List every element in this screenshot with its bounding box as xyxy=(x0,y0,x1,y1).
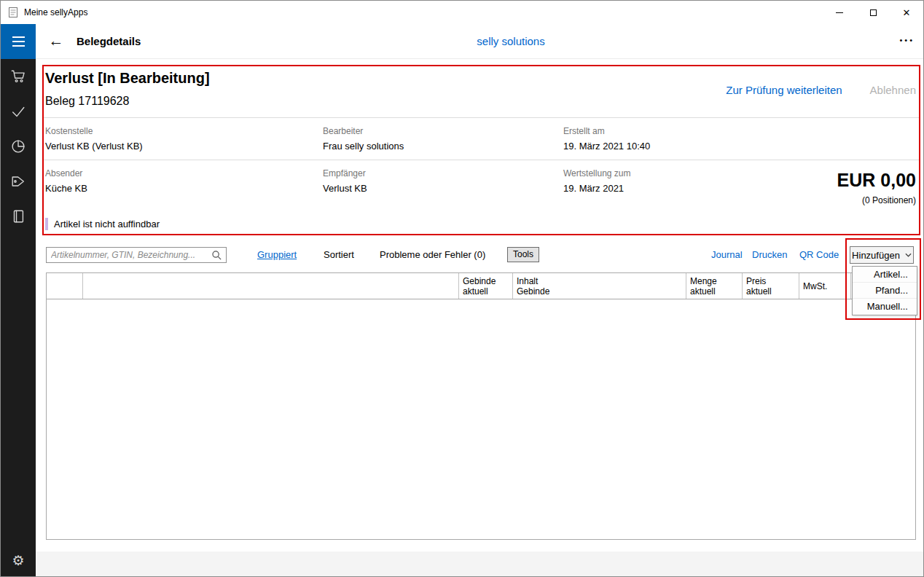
search-box xyxy=(46,247,227,263)
sidebar-item-tasks[interactable] xyxy=(1,94,36,129)
field-label: Wertstellung zum xyxy=(563,168,796,178)
header-line: Inhalt xyxy=(517,276,686,286)
footer-strip xyxy=(36,552,924,577)
sidebar-item-cart[interactable] xyxy=(1,59,36,94)
appbar: ← Belegdetails selly solutions ••• xyxy=(36,24,924,59)
minimize-button[interactable] xyxy=(823,1,856,24)
search-icon[interactable] xyxy=(211,250,222,264)
field-value: Verlust KB xyxy=(323,183,563,194)
field-label: Kostenstelle xyxy=(45,126,323,136)
positions-toolbar: Gruppiert Sortiert Probleme oder Fehler … xyxy=(36,247,924,266)
field-bearbeiter: Bearbeiter Frau selly solutions xyxy=(323,126,563,152)
column-header-preis-aktuell[interactable]: Preis aktuell xyxy=(743,273,799,299)
forward-for-review-link[interactable]: Zur Prüfung weiterleiten xyxy=(726,84,842,96)
problems-toggle[interactable]: Probleme oder Fehler (0) xyxy=(380,249,485,260)
add-button-label: Hinzufügen xyxy=(852,250,900,261)
window-title: Meine sellyApps xyxy=(24,7,87,17)
field-absender: Absender Küche KB xyxy=(45,168,323,194)
field-empfaenger: Empfänger Verlust KB xyxy=(323,168,563,194)
field-wertstellung: Wertstellung zum 19. März 2021 xyxy=(563,168,796,194)
warning-row: Artikel ist nicht auffindbar xyxy=(45,218,160,230)
close-button[interactable]: ✕ xyxy=(890,1,923,24)
document-title: Verlust [In Bearbeitung] xyxy=(45,70,210,87)
journal-link[interactable]: Journal xyxy=(711,249,743,260)
print-link[interactable]: Drucken xyxy=(752,249,787,260)
field-kostenstelle: Kostenstelle Verlust KB (Verlust KB) xyxy=(45,126,323,152)
search-input[interactable] xyxy=(47,248,226,262)
app-window: Meine sellyApps ✕ xyxy=(0,0,924,577)
more-button[interactable]: ••• xyxy=(899,36,915,44)
sidebar-item-reports[interactable] xyxy=(1,129,36,164)
warning-text: Artikel ist nicht auffindbar xyxy=(54,219,160,229)
app-center-title: selly solutions xyxy=(477,35,544,47)
fields-row-2: Absender Küche KB Empfänger Verlust KB W… xyxy=(45,168,796,194)
grouped-toggle[interactable]: Gruppiert xyxy=(257,249,297,260)
field-label: Absender xyxy=(45,168,323,178)
field-label: Erstellt am xyxy=(563,126,796,136)
tag-icon xyxy=(10,173,26,189)
header-line: aktuell xyxy=(746,286,799,297)
warning-indicator xyxy=(45,218,48,230)
document-number: Beleg 17119628 xyxy=(45,95,129,108)
titlebar: Meine sellyApps ✕ xyxy=(1,1,923,24)
add-menu-item-manuell[interactable]: Manuell... xyxy=(853,299,917,315)
content-area: Verlust [In Bearbeitung] Beleg 17119628 … xyxy=(36,59,924,577)
column-header-gebinde-aktuell[interactable]: Gebinde aktuell xyxy=(459,273,513,299)
document-details: Verlust [In Bearbeitung] Beleg 17119628 … xyxy=(44,66,919,234)
app-icon xyxy=(7,7,19,18)
pie-chart-icon xyxy=(10,138,26,154)
column-header-bezeichnung[interactable] xyxy=(83,273,459,299)
gear-icon: ⚙ xyxy=(12,554,24,568)
field-value: Küche KB xyxy=(45,183,323,194)
maximize-icon xyxy=(870,9,877,16)
sidebar: ⚙ xyxy=(1,24,36,577)
chevron-down-icon xyxy=(905,253,912,257)
field-value: 19. März 2021 xyxy=(563,183,796,194)
header-line: MwSt. xyxy=(803,281,850,291)
header-line: Gebinde xyxy=(517,286,686,297)
column-header-inhalt-gebinde[interactable]: Inhalt Gebinde xyxy=(513,273,686,299)
maximize-button[interactable] xyxy=(856,1,890,24)
field-value: Verlust KB (Verlust KB) xyxy=(45,141,323,152)
back-button[interactable]: ← xyxy=(46,31,66,51)
divider xyxy=(44,117,919,118)
check-icon xyxy=(10,103,26,119)
page-title: Belegdetails xyxy=(77,35,141,47)
book-icon xyxy=(10,208,26,224)
positions-table: Gebinde aktuell Inhalt Gebinde Menge akt… xyxy=(46,272,916,540)
hamburger-menu-icon xyxy=(12,36,25,38)
header-line: Gebinde xyxy=(463,276,512,286)
field-value: 19. März 2021 10:40 xyxy=(563,141,796,152)
field-label: Bearbeiter xyxy=(323,126,563,136)
add-dropdown-menu: Artikel... Pfand... Manuell... xyxy=(852,266,917,315)
field-label: Empfänger xyxy=(323,168,563,178)
add-button[interactable]: Hinzufügen xyxy=(850,246,914,264)
cart-icon xyxy=(10,68,26,85)
divider xyxy=(44,160,919,160)
sidebar-item-journal[interactable] xyxy=(1,199,36,234)
table-header-row: Gebinde aktuell Inhalt Gebinde Menge akt… xyxy=(47,273,915,299)
document-total: EUR 0,00 (0 Positionen) xyxy=(837,170,916,205)
field-erstellt-am: Erstellt am 19. März 2021 10:40 xyxy=(563,126,796,152)
minimize-icon xyxy=(836,12,843,13)
field-value: Frau selly solutions xyxy=(323,141,563,152)
table-body xyxy=(47,299,915,539)
header-line: Menge xyxy=(690,276,742,286)
hamburger-menu-button[interactable] xyxy=(1,24,36,59)
header-line: Preis xyxy=(746,276,799,286)
sorted-toggle[interactable]: Sortiert xyxy=(324,249,354,260)
column-header-empty-1 xyxy=(47,273,83,299)
column-header-mwst[interactable]: MwSt. xyxy=(799,273,851,299)
header-line: aktuell xyxy=(690,286,742,297)
reject-link[interactable]: Ablehnen xyxy=(870,84,916,96)
sidebar-item-settings[interactable]: ⚙ xyxy=(1,543,36,577)
document-actions: Zur Prüfung weiterleiten Ablehnen xyxy=(726,84,916,96)
add-menu-item-artikel[interactable]: Artikel... xyxy=(853,267,917,283)
tools-button[interactable]: Tools xyxy=(507,247,539,262)
total-amount: EUR 0,00 xyxy=(837,170,916,191)
add-menu-item-pfand[interactable]: Pfand... xyxy=(853,283,917,299)
fields-row-1: Kostenstelle Verlust KB (Verlust KB) Bea… xyxy=(45,126,796,152)
column-header-menge-aktuell[interactable]: Menge aktuell xyxy=(686,273,743,299)
sidebar-item-prices[interactable] xyxy=(1,164,36,199)
qr-code-link[interactable]: QR Code xyxy=(799,249,839,260)
